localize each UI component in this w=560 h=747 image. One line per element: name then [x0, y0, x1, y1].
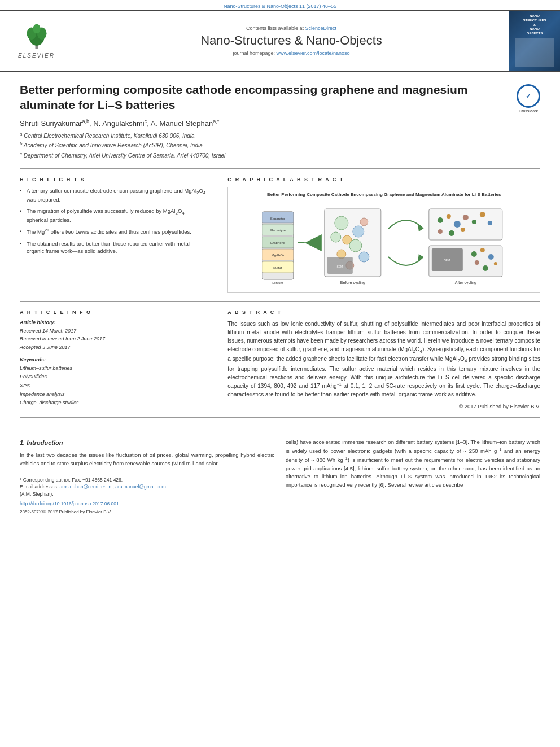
- received-date: Received 14 March 2017: [20, 327, 207, 335]
- article-info-header: A R T I C L E I N F O: [20, 309, 207, 315]
- elsevier-logo: ELSEVIER: [8, 23, 64, 59]
- svg-point-26: [359, 252, 369, 262]
- svg-point-50: [475, 260, 479, 265]
- intro-paragraph-1: In the last two decades the issues like …: [20, 451, 274, 468]
- journal-homepage-line: journal homepage: www.elsevier.com/locat…: [233, 50, 349, 56]
- svg-point-43: [461, 228, 465, 232]
- affiliation-a: a Central Electrochemical Research Insti…: [20, 131, 540, 141]
- history-label: Article history:: [20, 320, 207, 325]
- revised-date: Received in revised form 2 June 2017: [20, 335, 207, 343]
- article-title: Better performing composite cathode enco…: [20, 82, 517, 113]
- svg-point-37: [463, 215, 469, 220]
- graphical-abstract-header: G R A P H I C A L A B S T R A C T: [228, 177, 540, 182]
- highlight-item-2: The migration of polysulfide was success…: [20, 207, 207, 224]
- svg-text:Lithium: Lithium: [273, 281, 283, 285]
- svg-point-38: [472, 220, 476, 224]
- corresponding-note: * Corresponding author. Fax: +91 4565 24…: [20, 477, 274, 484]
- highlight-item-3: The Mg2+ offers two Lewis acidic sites a…: [20, 228, 207, 235]
- svg-point-51: [483, 265, 488, 271]
- svg-text:After cycling: After cycling: [455, 281, 476, 285]
- svg-point-4: [33, 24, 40, 34]
- highlight-item-4: The obtained results are better than tho…: [20, 240, 207, 255]
- svg-point-40: [488, 221, 492, 225]
- elsevier-logo-section: ELSEVIER: [0, 11, 73, 71]
- svg-point-39: [480, 212, 485, 217]
- crossmark-badge[interactable]: ✓ CrossMark: [517, 84, 540, 108]
- article-page: Nano-Structures & Nano-Objects 11 (2017)…: [0, 0, 560, 747]
- accepted-date: Accepted 3 June 2017: [20, 343, 207, 351]
- svg-point-49: [488, 254, 494, 260]
- intro-section-title: 1. Introduction: [20, 438, 274, 448]
- svg-text:Electrolyte: Electrolyte: [270, 229, 286, 232]
- keywords-label: Keywords:: [20, 357, 207, 362]
- body-two-column-layout: 1. Introduction In the last two decades …: [20, 438, 540, 516]
- graphical-abstract-box: Better Performing Composite Cathode Enco…: [228, 187, 540, 293]
- affiliation-c: c Department of Chemistry, Ariel Univers…: [20, 151, 540, 160]
- svg-text:Sulfur: Sulfur: [273, 266, 282, 269]
- highlights-list: A ternary sulfur composite electrode enc…: [20, 187, 207, 255]
- intro-paragraph-2: cells) have accelerated immense research…: [286, 438, 540, 490]
- keyword-1: Lithium–sulfur batteries: [20, 364, 207, 373]
- sciencedirect-link[interactable]: ScienceDirect: [305, 25, 337, 31]
- author3-name: A. Manuel Stephan: [151, 119, 213, 128]
- affiliations-section: a Central Electrochemical Research Insti…: [20, 131, 540, 160]
- journal-cover-image: NANOSTRUCTURES&NANOOBJECTS: [509, 11, 560, 71]
- article-info-column: A R T I C L E I N F O Article history: R…: [20, 302, 217, 417]
- svg-point-36: [454, 221, 461, 228]
- issn-copyright: 2352-507X/© 2017 Published by Elsevier B…: [20, 509, 274, 516]
- svg-point-35: [447, 214, 451, 219]
- graphical-abstract-title: Better Performing Composite Cathode Enco…: [267, 192, 501, 197]
- email-name: (A.M. Stephan).: [20, 491, 274, 498]
- contents-line: Contents lists available at ScienceDirec…: [246, 25, 336, 31]
- journal-cover-thumbnail: NANOSTRUCTURES&NANOOBJECTS: [509, 11, 560, 71]
- svg-point-52: [494, 262, 497, 265]
- svg-point-47: [471, 251, 477, 257]
- article-content: Better performing composite cathode enco…: [0, 72, 560, 428]
- email2-link[interactable]: arulmanuel@gmail.com: [115, 484, 165, 490]
- graphical-abstract-diagram: Separator Electrolyte Graphene MgAl₂O₄ S…: [233, 200, 535, 288]
- keyword-3: XPS: [20, 382, 207, 390]
- svg-text:SEM: SEM: [444, 259, 450, 262]
- body-section: 1. Introduction In the last two decades …: [0, 428, 560, 516]
- elsevier-tree-icon: [23, 23, 51, 51]
- svg-text:Before cycling: Before cycling: [340, 281, 365, 285]
- svg-point-20: [353, 226, 364, 237]
- highlights-column: H I G H L I G H T S A ternary sulfur com…: [20, 169, 217, 301]
- author2-sup: c: [145, 119, 147, 124]
- journal-header: ELSEVIER Contents lists available at Sci…: [0, 10, 560, 72]
- journal-citation-bar: Nano-Structures & Nano-Objects 11 (2017)…: [0, 0, 560, 10]
- journal-homepage-url[interactable]: www.elsevier.com/locate/nanoso: [277, 50, 350, 56]
- svg-point-19: [335, 216, 348, 230]
- highlights-graphical-section: H I G H L I G H T S A ternary sulfur com…: [20, 168, 540, 302]
- journal-main-title: Nano-Structures & Nano-Objects: [200, 33, 382, 48]
- article-info-abstract-section: A R T I C L E I N F O Article history: R…: [20, 302, 540, 418]
- email-line: E-mail addresses: amstephan@cecri.res.in…: [20, 483, 274, 491]
- crossmark-label: CrossMark: [517, 109, 540, 113]
- footnote-section: * Corresponding author. Fax: +91 4565 24…: [20, 474, 274, 498]
- svg-text:Graphene: Graphene: [270, 241, 286, 244]
- keywords-section: Keywords: Lithium–sulfur batteries Polys…: [20, 357, 207, 407]
- crossmark-circle: ✓: [517, 84, 540, 108]
- abstract-text: The issues such as low ionic conductivit…: [228, 320, 540, 399]
- svg-text:SEM: SEM: [337, 265, 343, 268]
- highlights-header: H I G H L I G H T S: [20, 177, 207, 182]
- body-right-column: cells) have accelerated immense research…: [286, 438, 540, 516]
- affiliation-b: b Academy of Scientific and Innovative R…: [20, 141, 540, 150]
- highlight-item-1: A ternary sulfur composite electrode enc…: [20, 187, 207, 203]
- elsevier-label: ELSEVIER: [18, 53, 55, 59]
- email1-link[interactable]: amstephan@cecri.res.in: [59, 484, 111, 490]
- author2-name: N. Angulakshmi: [93, 119, 144, 128]
- article-history: Article history: Received 14 March 2017 …: [20, 320, 207, 351]
- doi-link[interactable]: http://dx.doi.org/10.1016/j.nanoso.2017.…: [20, 500, 274, 508]
- abstract-column: A B S T R A C T The issues such as low i…: [217, 302, 540, 417]
- svg-point-42: [449, 230, 454, 236]
- svg-point-23: [331, 232, 341, 242]
- svg-text:MgAl₂O₄: MgAl₂O₄: [272, 254, 285, 257]
- svg-point-41: [438, 229, 443, 234]
- author1-sup: a,b: [82, 119, 90, 124]
- keyword-4: Impedance analysis: [20, 390, 207, 399]
- keyword-5: Charge–discharge studies: [20, 399, 207, 407]
- svg-point-24: [349, 239, 362, 252]
- abstract-header: A B S T R A C T: [228, 309, 540, 315]
- article-title-section: Better performing composite cathode enco…: [20, 82, 540, 113]
